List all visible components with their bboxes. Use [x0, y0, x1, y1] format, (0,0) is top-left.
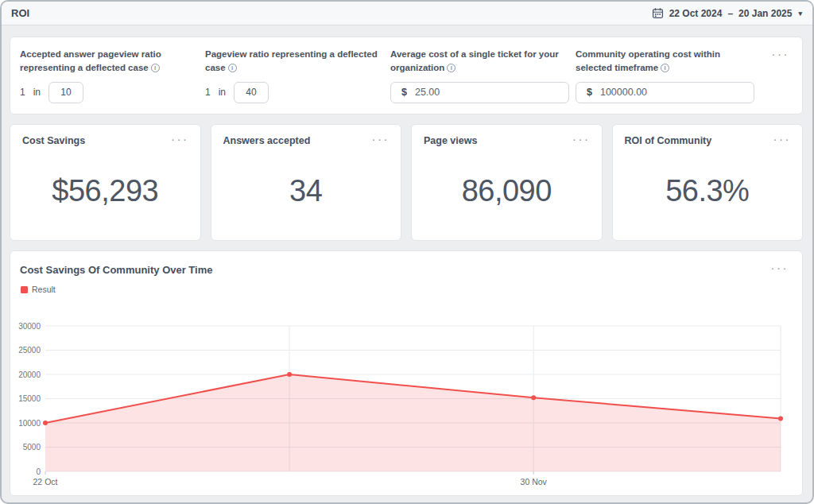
- ratio-prefix: 1: [205, 87, 211, 98]
- calendar-icon: [652, 7, 664, 19]
- operating-cost-input[interactable]: [600, 87, 754, 98]
- date-range-end: 20 Jan 2025: [738, 8, 792, 19]
- cost-savings-chart-card: Cost Savings Of Community Over Time ··· …: [10, 250, 803, 496]
- currency-symbol: $: [587, 87, 592, 98]
- metric-card-cost-savings: Cost Savings ··· $56,293: [10, 124, 201, 241]
- svg-text:20000: 20000: [18, 370, 41, 379]
- metric-title: Page views: [424, 135, 477, 146]
- metric-title: Answers accepted: [223, 135, 311, 146]
- ticket-cost-input[interactable]: [415, 87, 568, 98]
- chevron-down-icon: ▾: [798, 10, 802, 17]
- ratio-infix: in: [33, 87, 41, 98]
- metric-value: 34: [211, 174, 401, 208]
- svg-text:15000: 15000: [18, 394, 41, 403]
- setting-label: Accepted answer pageview ratio represent…: [20, 49, 161, 72]
- ticket-cost-inputbox[interactable]: $: [390, 82, 569, 103]
- dashboard-content: Accepted answer pageview ratio represent…: [10, 37, 803, 496]
- date-range-picker[interactable]: 22 Oct 2024 – 20 Jan 2025 ▾: [652, 7, 802, 19]
- ratio-prefix: 1: [20, 87, 25, 98]
- more-options-icon[interactable]: ···: [772, 50, 790, 58]
- metric-title: ROI of Community: [625, 135, 712, 146]
- info-icon[interactable]: i: [661, 64, 669, 72]
- roi-settings-card: Accepted answer pageview ratio represent…: [10, 37, 803, 114]
- metric-value: 56.3%: [613, 174, 803, 208]
- svg-text:30 Nov: 30 Nov: [521, 477, 548, 487]
- svg-text:25000: 25000: [18, 346, 41, 355]
- more-options-icon[interactable]: ···: [773, 135, 792, 143]
- pageview-ratio-input[interactable]: [234, 82, 269, 103]
- metric-value: 86,090: [412, 174, 602, 208]
- metric-value: $56,293: [10, 174, 200, 208]
- date-range-separator: –: [727, 8, 733, 19]
- operating-cost-inputbox[interactable]: $: [576, 82, 754, 103]
- metrics-row: Cost Savings ··· $56,293 Answers accepte…: [10, 124, 803, 241]
- date-range-start: 22 Oct 2024: [669, 8, 723, 19]
- setting-ticket-cost: Average cost of a single ticket for your…: [390, 48, 576, 103]
- svg-text:30000: 30000: [18, 322, 41, 331]
- metric-card-roi: ROI of Community ··· 56.3%: [612, 124, 804, 241]
- more-options-icon[interactable]: ···: [572, 135, 591, 143]
- cost-savings-chart[interactable]: 05000100001500020000250003000022 Oct30 N…: [10, 251, 802, 495]
- more-options-icon[interactable]: ···: [372, 135, 390, 143]
- currency-symbol: $: [401, 87, 407, 98]
- setting-label: Average cost of a single ticket for your…: [390, 49, 559, 72]
- setting-accepted-answer-ratio: Accepted answer pageview ratio represent…: [20, 48, 205, 103]
- info-icon[interactable]: i: [228, 64, 237, 72]
- metric-card-page-views: Page views ··· 86,090: [411, 124, 603, 241]
- setting-operating-cost: Community operating cost within selected…: [576, 48, 761, 103]
- more-options-icon[interactable]: ···: [171, 135, 189, 143]
- setting-label: Community operating cost within selected…: [576, 49, 720, 72]
- metric-title: Cost Savings: [22, 135, 85, 146]
- svg-text:5000: 5000: [23, 443, 41, 452]
- svg-text:0: 0: [36, 467, 41, 476]
- info-icon[interactable]: i: [151, 64, 160, 72]
- svg-text:10000: 10000: [18, 419, 41, 428]
- metric-card-answers-accepted: Answers accepted ··· 34: [211, 124, 402, 241]
- info-icon[interactable]: i: [447, 64, 455, 72]
- ratio-infix: in: [219, 87, 226, 98]
- page-title: ROI: [11, 7, 29, 19]
- accepted-answer-ratio-input[interactable]: [48, 82, 83, 103]
- page-header: ROI 22 Oct 2024 – 20 Jan 2025 ▾: [2, 2, 812, 25]
- setting-pageview-ratio: Pageview ratio representing a deflected …: [205, 48, 390, 103]
- svg-text:22 Oct: 22 Oct: [33, 477, 58, 487]
- dashboard-window: ROI 22 Oct 2024 – 20 Jan 2025 ▾: [0, 0, 814, 504]
